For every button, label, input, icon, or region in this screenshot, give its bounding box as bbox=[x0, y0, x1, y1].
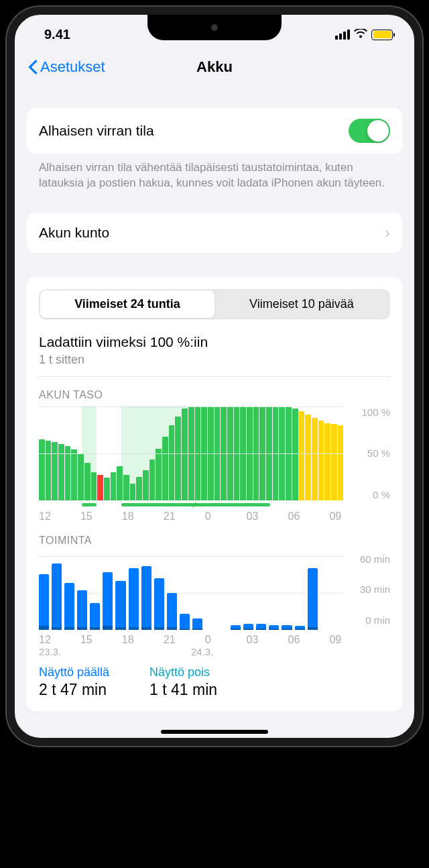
page-title: Akku bbox=[196, 58, 233, 76]
back-button[interactable]: Asetukset bbox=[28, 58, 105, 76]
notch bbox=[147, 15, 282, 40]
tab-24h[interactable]: Viimeiset 24 tuntia bbox=[40, 290, 214, 318]
battery-level-label: AKUN TASO bbox=[39, 389, 390, 401]
low-power-label: Alhaisen virran tila bbox=[39, 123, 154, 139]
screen-off-value: 1 t 41 min bbox=[149, 681, 217, 699]
low-power-card: Alhaisen virran tila bbox=[27, 108, 402, 154]
home-indicator bbox=[161, 730, 268, 734]
usage-card: Viimeiset 24 tuntia Viimeiset 10 päivää … bbox=[27, 277, 402, 711]
screen-off-label: Näyttö pois bbox=[149, 665, 217, 680]
battery-icon bbox=[371, 30, 393, 40]
low-power-description: Alhaisen virran tila vähentää tilapäises… bbox=[27, 154, 402, 191]
activity-chart: 121518210030609 23.3.24.3. bbox=[39, 552, 343, 657]
status-time: 9.41 bbox=[34, 27, 70, 42]
activity-chart-x-axis: 121518210030609 bbox=[39, 634, 343, 646]
battery-level-chart: ⚡︎ 121518210030609 bbox=[39, 406, 343, 523]
phone-frame: 9.41 Asetukset Akku Alhaisen virran tila… bbox=[7, 7, 422, 746]
cellular-signal-icon bbox=[335, 30, 350, 40]
battery-chart-x-axis: 121518210030609 bbox=[39, 510, 343, 523]
chevron-right-icon: › bbox=[385, 223, 390, 242]
last-charge-title: Ladattiin viimeksi 100 %:iin bbox=[39, 334, 390, 350]
screen-on-label: Näyttö päällä bbox=[39, 665, 109, 680]
low-power-toggle[interactable] bbox=[349, 119, 390, 143]
charging-indicator: ⚡︎ bbox=[39, 503, 343, 506]
battery-health-label: Akun kunto bbox=[39, 225, 109, 241]
back-label: Asetukset bbox=[40, 58, 105, 76]
activity-label: TOIMINTA bbox=[39, 535, 390, 547]
activity-chart-dates: 23.3.24.3. bbox=[39, 646, 343, 657]
activity-chart-y-axis: 60 min30 min0 min bbox=[350, 552, 390, 626]
battery-chart-y-axis: 100 %50 %0 % bbox=[350, 406, 390, 500]
chevron-left-icon bbox=[28, 60, 38, 74]
wifi-icon bbox=[354, 27, 367, 42]
screen-on-value: 2 t 47 min bbox=[39, 681, 109, 699]
time-range-segmented: Viimeiset 24 tuntia Viimeiset 10 päivää bbox=[39, 289, 390, 319]
battery-health-row[interactable]: Akun kunto › bbox=[27, 213, 402, 253]
bolt-icon: ⚡︎ bbox=[191, 500, 198, 510]
last-charge-subtitle: 1 t sitten bbox=[39, 353, 390, 377]
navigation-bar: Asetukset Akku bbox=[15, 48, 414, 87]
tab-10d[interactable]: Viimeiset 10 päivää bbox=[214, 290, 389, 318]
